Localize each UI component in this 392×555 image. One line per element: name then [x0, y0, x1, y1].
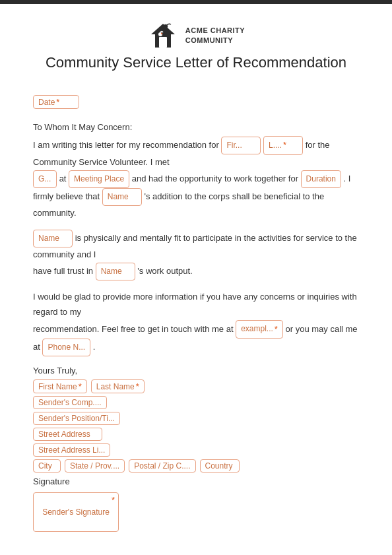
- name3-field[interactable]: Name: [96, 263, 135, 280]
- street-address-field[interactable]: Street Address: [33, 428, 102, 441]
- paragraph-3: I would be glad to provide more informat…: [33, 290, 359, 356]
- country-field[interactable]: Country: [200, 459, 240, 473]
- position-row: Sender's Position/Ti...: [33, 412, 359, 425]
- logo-text: ACME CHARITY COMMUNITY: [185, 26, 245, 46]
- page: ACME CHARITY COMMUNITY Community Service…: [0, 0, 392, 555]
- street-address2-field[interactable]: Street Address Li...: [33, 443, 110, 457]
- salutation: To Whom It May Concern:: [33, 122, 359, 132]
- street2-row: Street Address Li...: [33, 443, 359, 457]
- top-bar: [0, 0, 392, 4]
- paragraph-1: I am writing this letter for my recommen…: [33, 136, 359, 220]
- ln-required: *: [283, 138, 286, 153]
- sender-last-field[interactable]: Last Name *: [91, 379, 145, 393]
- signature-box-row: * Sender's Signature: [33, 490, 359, 532]
- city-state-row: City State / Prov.... Postal / Zip C....…: [33, 459, 359, 473]
- sl-required: *: [136, 381, 139, 391]
- name2-field[interactable]: Name: [33, 230, 73, 247]
- initial-field[interactable]: G...: [33, 170, 57, 188]
- postal-field[interactable]: Postal / Zip C....: [129, 459, 195, 473]
- signature-label-row: Signature: [33, 475, 359, 487]
- company-row: Sender's Comp....: [33, 396, 359, 409]
- sig-required: *: [112, 495, 115, 505]
- date-section: Date *: [33, 95, 359, 109]
- street1-row: Street Address: [33, 428, 359, 441]
- signature-block: First Name * Last Name * Sender's Comp..…: [33, 379, 359, 532]
- date-required: *: [56, 97, 59, 107]
- name-row: First Name * Last Name *: [33, 379, 359, 393]
- page-title: Community Service Letter of Recommendati…: [46, 54, 346, 71]
- sf-required: *: [79, 381, 82, 391]
- state-field[interactable]: State / Prov....: [65, 459, 125, 473]
- header: ACME CHARITY COMMUNITY Community Service…: [33, 20, 359, 83]
- sender-first-field[interactable]: First Name *: [33, 379, 87, 393]
- logo-container: ACME CHARITY COMMUNITY: [147, 20, 245, 51]
- email-field[interactable]: exampl... *: [236, 320, 283, 339]
- phone-field[interactable]: Phone N...: [42, 339, 90, 356]
- email-required: *: [275, 322, 278, 337]
- volunteer-first-name-field[interactable]: Fir...: [221, 137, 261, 154]
- volunteer-last-name-field[interactable]: L.... *: [263, 136, 303, 155]
- svg-rect-1: [159, 37, 167, 48]
- date-field[interactable]: Date *: [33, 95, 79, 109]
- signature-label: Signature: [33, 476, 70, 486]
- paragraph-2: Name is physically and mentally fit to p…: [33, 230, 359, 280]
- yours-truly: Yours Truly,: [33, 366, 359, 375]
- name1-field[interactable]: Name: [102, 188, 142, 206]
- logo-icon: [147, 20, 179, 51]
- city-field[interactable]: City: [33, 459, 61, 473]
- company-field[interactable]: Sender's Comp....: [33, 396, 107, 409]
- signature-box[interactable]: * Sender's Signature: [33, 492, 119, 532]
- meeting-place-field[interactable]: Meeting Place: [69, 170, 129, 188]
- svg-point-4: [161, 33, 162, 34]
- duration-field[interactable]: Duration: [301, 170, 341, 188]
- position-field[interactable]: Sender's Position/Ti...: [33, 412, 120, 425]
